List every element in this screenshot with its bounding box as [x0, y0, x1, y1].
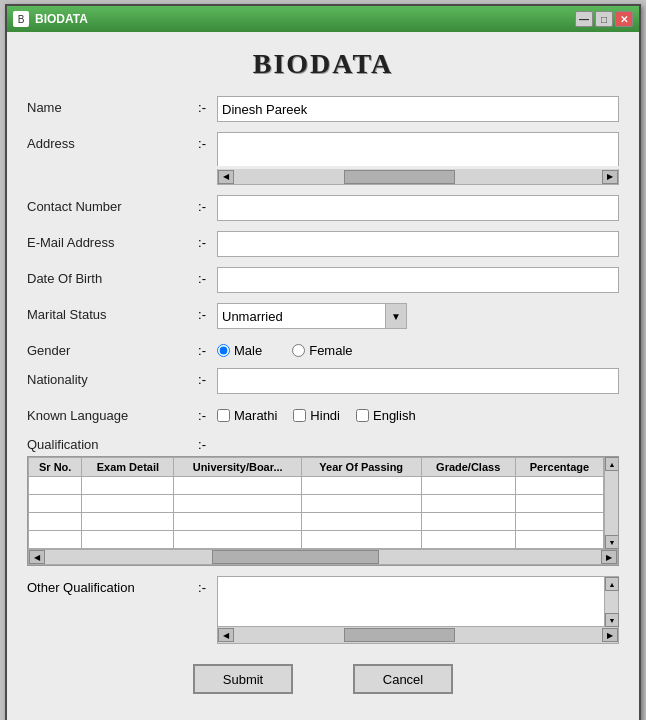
- table-scroll-left-btn[interactable]: ◀: [29, 550, 45, 564]
- name-control: [217, 96, 619, 122]
- marital-select-wrapper: Unmarried Married Divorced Widowed ▼: [217, 303, 407, 329]
- table-cell[interactable]: [515, 495, 603, 513]
- marital-select[interactable]: Unmarried Married Divorced Widowed: [217, 303, 407, 329]
- scroll-left-btn[interactable]: ◀: [218, 170, 234, 184]
- language-marathi-checkbox[interactable]: [217, 409, 230, 422]
- address-area: ◀ ▶: [217, 132, 619, 185]
- contact-sep: :-: [187, 195, 217, 214]
- gender-male-label[interactable]: Male: [217, 343, 262, 358]
- nationality-sep: :-: [187, 368, 217, 387]
- contact-input[interactable]: [217, 195, 619, 221]
- language-english-text: English: [373, 408, 416, 423]
- col-sr-no: Sr No.: [29, 458, 82, 477]
- form-content: BIODATA Name :- Address :- ◀: [7, 32, 639, 720]
- language-row: Known Language :- Marathi Hindi English: [27, 404, 619, 423]
- table-cell[interactable]: [421, 513, 515, 531]
- cancel-button[interactable]: Cancel: [353, 664, 453, 694]
- email-input[interactable]: [217, 231, 619, 257]
- nationality-input[interactable]: [217, 368, 619, 394]
- other-qual-scroll-left[interactable]: ◀: [218, 628, 234, 642]
- language-hindi-checkbox[interactable]: [293, 409, 306, 422]
- address-textarea[interactable]: [217, 132, 619, 166]
- dob-control: [217, 267, 619, 293]
- language-marathi-label[interactable]: Marathi: [217, 408, 277, 423]
- table-cell[interactable]: [421, 477, 515, 495]
- qualification-table: Sr No. Exam Detail University/Boar... Ye…: [28, 457, 604, 549]
- table-cell[interactable]: [174, 495, 301, 513]
- dob-row: Date Of Birth :-: [27, 267, 619, 293]
- email-label: E-Mail Address: [27, 231, 187, 250]
- table-cell[interactable]: [82, 513, 174, 531]
- gender-control: Male Female: [217, 339, 619, 358]
- scroll-right-btn[interactable]: ▶: [602, 170, 618, 184]
- email-sep: :-: [187, 231, 217, 250]
- language-english-label[interactable]: English: [356, 408, 416, 423]
- language-sep: :-: [187, 404, 217, 423]
- language-control: Marathi Hindi English: [217, 404, 619, 423]
- contact-row: Contact Number :-: [27, 195, 619, 221]
- name-sep: :-: [187, 96, 217, 115]
- nationality-label: Nationality: [27, 368, 187, 387]
- language-checkbox-group: Marathi Hindi English: [217, 404, 619, 423]
- name-row: Name :-: [27, 96, 619, 122]
- table-cell[interactable]: [515, 513, 603, 531]
- table-scroll-right-btn[interactable]: ▶: [601, 550, 617, 564]
- table-cell[interactable]: [29, 477, 82, 495]
- gender-female-label[interactable]: Female: [292, 343, 352, 358]
- minimize-button[interactable]: —: [575, 11, 593, 27]
- qualification-sep: :-: [187, 433, 217, 452]
- table-cell[interactable]: [301, 477, 421, 495]
- table-cell[interactable]: [174, 513, 301, 531]
- contact-control: [217, 195, 619, 221]
- dob-input[interactable]: [217, 267, 619, 293]
- main-window: B BIODATA — □ ✕ BIODATA Name :- Address …: [5, 4, 641, 720]
- gender-male-radio[interactable]: [217, 344, 230, 357]
- other-qual-hscroll-track: [234, 628, 602, 642]
- table-cell[interactable]: [301, 495, 421, 513]
- address-control: ◀ ▶: [217, 132, 619, 185]
- table-hscroll-track: [45, 550, 601, 564]
- table-header: Sr No. Exam Detail University/Boar... Ye…: [29, 458, 604, 477]
- table-cell[interactable]: [515, 477, 603, 495]
- other-qual-inner: ▲ ▼: [218, 577, 618, 627]
- other-qual-textarea[interactable]: [218, 577, 604, 627]
- address-row: Address :- ◀ ▶: [27, 132, 619, 185]
- nationality-control: [217, 368, 619, 394]
- table-cell[interactable]: [515, 531, 603, 549]
- table-scroll-area: Sr No. Exam Detail University/Boar... Ye…: [28, 457, 618, 549]
- close-button[interactable]: ✕: [615, 11, 633, 27]
- table-cell[interactable]: [82, 531, 174, 549]
- window-title: BIODATA: [35, 12, 88, 26]
- table-cell[interactable]: [301, 513, 421, 531]
- other-qual-scroll-up[interactable]: ▲: [605, 577, 619, 591]
- table-row: [29, 495, 604, 513]
- table-cell[interactable]: [174, 477, 301, 495]
- gender-female-radio[interactable]: [292, 344, 305, 357]
- table-body: [29, 477, 604, 549]
- other-qual-scroll-down[interactable]: ▼: [605, 613, 619, 627]
- table-cell[interactable]: [421, 495, 515, 513]
- maximize-button[interactable]: □: [595, 11, 613, 27]
- table-vscroll: ▲ ▼: [604, 457, 618, 549]
- table-cell[interactable]: [82, 495, 174, 513]
- language-english-checkbox[interactable]: [356, 409, 369, 422]
- name-input[interactable]: [217, 96, 619, 122]
- gender-sep: :-: [187, 339, 217, 358]
- table-cell[interactable]: [29, 495, 82, 513]
- qualification-row: Qualification :-: [27, 433, 619, 452]
- other-qual-vscroll: ▲ ▼: [604, 577, 618, 627]
- table-cell[interactable]: [301, 531, 421, 549]
- email-control: [217, 231, 619, 257]
- table-cell[interactable]: [174, 531, 301, 549]
- table-cell[interactable]: [421, 531, 515, 549]
- table-scroll-up-btn[interactable]: ▲: [605, 457, 618, 471]
- other-qual-scroll-right[interactable]: ▶: [602, 628, 618, 642]
- table-scroll-down-btn[interactable]: ▼: [605, 535, 618, 549]
- submit-button[interactable]: Submit: [193, 664, 293, 694]
- table-cell[interactable]: [29, 531, 82, 549]
- language-hindi-label[interactable]: Hindi: [293, 408, 340, 423]
- buttons-row: Submit Cancel: [27, 658, 619, 704]
- scroll-track: [234, 170, 602, 184]
- table-cell[interactable]: [82, 477, 174, 495]
- table-cell[interactable]: [29, 513, 82, 531]
